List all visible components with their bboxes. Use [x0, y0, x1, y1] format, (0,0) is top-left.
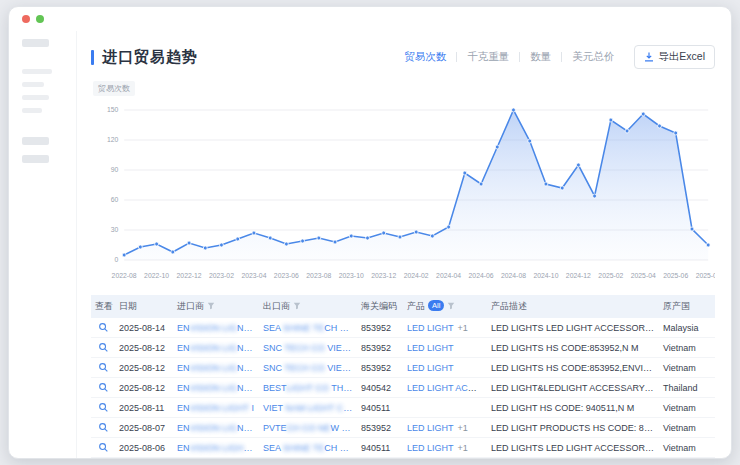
cell-importer[interactable]: ENVISION LIGHTIN — [173, 438, 259, 458]
tab-美元总价[interactable]: 美元总价 — [562, 50, 624, 64]
product-tag[interactable]: LED LIGHT ACCESSORY — [407, 383, 487, 393]
company-text: EN — [177, 443, 190, 453]
cell-view — [91, 338, 115, 358]
svg-text:2024-02: 2024-02 — [404, 272, 429, 279]
cell-exporter[interactable]: SNC TECH CO VIETNAM — [259, 358, 357, 378]
redacted-text: SHINE TE — [283, 443, 324, 453]
product-more-count[interactable]: +1 — [458, 423, 468, 433]
view-search-icon[interactable] — [98, 362, 109, 373]
export-label: 导出Excel — [658, 50, 705, 64]
redacted-text: VISION LIG — [190, 323, 238, 333]
cell-description: LED LIGHTS HS CODE:853952,ENVISIONLED — [487, 358, 659, 378]
product-tag[interactable]: LED LIGHT — [407, 363, 454, 373]
redacted-text: NC — [256, 383, 259, 393]
svg-text:2025-02: 2025-02 — [598, 272, 623, 279]
svg-text:2025-06: 2025-06 — [663, 272, 688, 279]
cell-importer[interactable]: ENVISION LIGNG INC — [173, 338, 259, 358]
svg-text:0: 0 — [115, 256, 119, 263]
cell-exporter[interactable]: SEA SHINE TECH CO LTD — [259, 438, 357, 458]
product-more-count[interactable]: +1 — [458, 443, 468, 453]
cell-exporter[interactable]: SNC TECH CO VIETNAM — [259, 338, 357, 358]
redacted-text: VISION LIGHT — [190, 403, 249, 413]
view-search-icon[interactable] — [98, 322, 109, 333]
company-text: W VI — [331, 423, 351, 433]
view-search-icon[interactable] — [98, 402, 109, 413]
page-title: 进口贸易趋势 — [102, 48, 198, 67]
cell-hs-code: 940511 — [357, 398, 403, 418]
redacted-text: VISION LIGHTIN — [190, 443, 259, 453]
column-header-product[interactable]: 产品All — [403, 295, 487, 318]
app-window: 进口贸易趋势 贸易次数千克重量数量美元总价 导出Excel 贸易次数 03060… — [8, 6, 732, 459]
product-tag[interactable]: LED LIGHT — [407, 423, 454, 433]
cell-importer[interactable]: ENVISION LIGNG INC — [173, 418, 259, 438]
company-text: NG I — [237, 343, 256, 353]
svg-text:2022-10: 2022-10 — [144, 272, 169, 279]
view-search-icon[interactable] — [98, 382, 109, 393]
svg-text:2023-08: 2023-08 — [306, 272, 331, 279]
company-text: E — [353, 403, 357, 413]
cell-view — [91, 358, 115, 378]
column-header-importer[interactable]: 进口商 — [173, 295, 259, 318]
cell-importer[interactable]: ENVISION LIGNG INC — [173, 318, 259, 338]
redacted-text: CH CO NE — [287, 423, 331, 433]
redacted-text: NAM LIGHT CO — [285, 403, 352, 413]
view-search-icon[interactable] — [98, 342, 109, 353]
column-header-desc: 产品描述 — [487, 295, 659, 318]
product-more-count[interactable]: +1 — [458, 323, 468, 333]
company-text: BEST — [263, 383, 287, 393]
cell-importer[interactable]: ENVISION LIGNG INC — [173, 378, 259, 398]
column-header-view: 查看 — [91, 295, 115, 318]
column-header-date: 日期 — [115, 295, 173, 318]
view-search-icon[interactable] — [98, 442, 109, 453]
table-body: 2025-08-14ENVISION LIGNG INCSEA SHINE TE… — [91, 318, 715, 458]
company-text: VIET — [263, 403, 285, 413]
view-search-icon[interactable] — [98, 422, 109, 433]
filter-icon[interactable] — [207, 302, 215, 310]
cell-exporter[interactable]: VIET NAM LIGHT CO E — [259, 398, 357, 418]
cell-importer[interactable]: ENVISION LIGHT I — [173, 398, 259, 418]
cell-products — [403, 398, 487, 418]
svg-text:2024-08: 2024-08 — [501, 272, 526, 279]
svg-text:2025-04: 2025-04 — [631, 272, 656, 279]
trend-chart[interactable]: 03060901201502022-082022-102022-122023-0… — [91, 98, 715, 286]
redacted-text: ET — [350, 423, 357, 433]
cell-products: LED LIGHT+1 — [403, 318, 487, 338]
close-window-icon[interactable] — [22, 15, 30, 23]
redacted-text: NAM — [347, 363, 357, 373]
filter-icon[interactable] — [447, 302, 455, 310]
main-panel: 进口贸易趋势 贸易次数千克重量数量美元总价 导出Excel 贸易次数 03060… — [76, 31, 731, 458]
tab-千克重量[interactable]: 千克重量 — [457, 50, 519, 64]
cell-country: Thailand — [659, 378, 715, 398]
cell-products: LED LIGHT ACCESSORY — [403, 378, 487, 398]
cell-exporter[interactable]: PVTECH CO NEW VIET — [259, 418, 357, 438]
svg-text:90: 90 — [111, 166, 119, 173]
product-tag[interactable]: LED LIGHT — [407, 323, 454, 333]
redacted-text: VISION LIG — [190, 363, 238, 373]
company-text: EN — [177, 323, 190, 333]
cell-exporter[interactable]: BESTLIGHT CO THAILAND — [259, 378, 357, 398]
company-text: SEA — [263, 443, 283, 453]
zoom-window-icon[interactable] — [36, 15, 44, 23]
product-tag[interactable]: LED LIGHT — [407, 443, 454, 453]
all-filter-badge[interactable]: All — [428, 300, 444, 311]
cell-importer[interactable]: ENVISION LIGNG INC — [173, 358, 259, 378]
company-text: PVTE — [263, 423, 287, 433]
tab-贸易次数[interactable]: 贸易次数 — [394, 50, 456, 64]
redacted-text: NAM — [347, 343, 357, 353]
product-tag[interactable]: LED LIGHT — [407, 343, 454, 353]
cell-exporter[interactable]: SEA SHINE TECH CO LTD — [259, 318, 357, 338]
filter-icon[interactable] — [293, 302, 301, 310]
redacted-text: NC — [256, 363, 259, 373]
cell-hs-code: 940542 — [357, 378, 403, 398]
column-header-exporter[interactable]: 出口商 — [259, 295, 357, 318]
export-excel-button[interactable]: 导出Excel — [634, 45, 715, 69]
sidebar-placeholder — [22, 95, 49, 100]
tab-数量[interactable]: 数量 — [520, 50, 561, 64]
svg-text:2023-10: 2023-10 — [339, 272, 364, 279]
redacted-text: TECH CO — [284, 363, 327, 373]
cell-date: 2025-08-12 — [115, 358, 173, 378]
svg-text:2023-04: 2023-04 — [241, 272, 266, 279]
panel-header: 进口贸易趋势 贸易次数千克重量数量美元总价 导出Excel — [91, 45, 715, 69]
company-text: NG I — [237, 323, 256, 333]
table-row: 2025-08-06ENVISION LIGHTINSEA SHINE TECH… — [91, 438, 715, 458]
